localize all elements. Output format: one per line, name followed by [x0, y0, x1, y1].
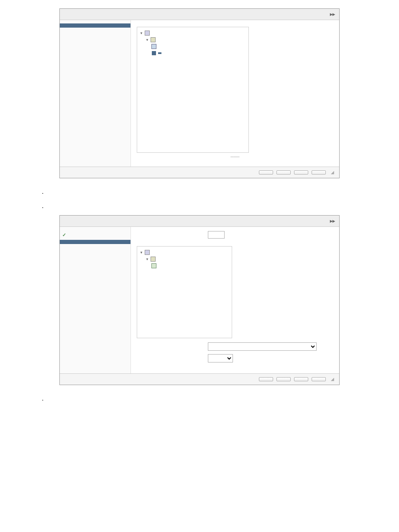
wizard-step-3[interactable] — [60, 244, 130, 248]
instruction-list: . — [25, 393, 374, 403]
dialog-footer: ◢ — [60, 373, 339, 385]
resize-handle-icon[interactable]: ═══ — [137, 154, 333, 159]
host-icon — [151, 51, 156, 56]
cancel-button[interactable] — [312, 377, 326, 381]
back-button — [259, 170, 273, 175]
host-icon — [151, 44, 156, 49]
capacity-info — [237, 246, 333, 338]
finish-button — [294, 377, 308, 381]
back-button[interactable] — [259, 377, 273, 381]
wizard-step-5[interactable] — [60, 252, 130, 257]
step-text: . — [42, 201, 374, 211]
wizard-step-2[interactable] — [60, 28, 130, 32]
collapse-icon[interactable]: ▸▸ — [330, 218, 335, 224]
wizard-step-6[interactable] — [60, 257, 130, 261]
side-help-text — [254, 27, 333, 153]
wizard-step-4[interactable] — [60, 36, 130, 40]
next-button[interactable] — [276, 377, 291, 381]
vcenter-icon — [145, 250, 150, 255]
dialog-select-template: ▸▸ ▼ ▼ — [59, 215, 340, 385]
wizard-step-5[interactable] — [60, 40, 130, 44]
datacenter-icon — [145, 31, 150, 36]
wizard-step-3[interactable] — [60, 32, 130, 36]
step-number — [25, 187, 42, 197]
chevron-down-icon[interactable]: ▼ — [140, 31, 143, 35]
wizard-nav — [60, 20, 131, 167]
cancel-button[interactable] — [312, 170, 326, 175]
dialog-title-bar: ▸▸ — [60, 216, 339, 227]
template-icon — [151, 263, 156, 268]
collapse-icon[interactable]: ▸▸ — [330, 11, 335, 17]
cluster-icon — [151, 37, 156, 42]
step-text: . — [42, 393, 374, 403]
step-number — [25, 393, 42, 403]
location-tree[interactable]: ▼ ▼ — [137, 27, 249, 153]
cust-spec-select[interactable] — [208, 342, 317, 351]
datacenter-icon — [151, 257, 156, 262]
wizard-nav — [60, 227, 131, 373]
chevron-down-icon[interactable]: ▼ — [146, 257, 149, 261]
power-option-select[interactable] — [208, 354, 233, 362]
numvm-input[interactable] — [208, 231, 225, 239]
instruction-list: . . — [25, 187, 374, 211]
wizard-step-6[interactable] — [60, 44, 130, 49]
wizard-step-4[interactable] — [60, 248, 130, 252]
resize-corner-icon[interactable]: ◢ — [331, 170, 334, 175]
step-text: . — [42, 187, 374, 197]
resize-corner-icon[interactable]: ◢ — [331, 377, 334, 381]
dialog-footer: ◢ — [60, 167, 339, 178]
wizard-step-1[interactable] — [60, 23, 130, 28]
template-tree[interactable]: ▼ ▼ — [137, 246, 232, 338]
dialog-title-bar: ▸▸ — [60, 9, 339, 20]
chevron-down-icon[interactable]: ▼ — [146, 38, 149, 42]
step-number — [25, 201, 42, 211]
dialog-select-location: ▸▸ ▼ ▼ ═══ — [59, 8, 340, 178]
wizard-step-1[interactable] — [60, 230, 130, 240]
finish-button — [294, 170, 308, 175]
next-button[interactable] — [276, 170, 291, 175]
tree-host-2-selected[interactable] — [158, 52, 161, 54]
chevron-down-icon[interactable]: ▼ — [140, 251, 143, 254]
wizard-step-2[interactable] — [60, 240, 130, 244]
